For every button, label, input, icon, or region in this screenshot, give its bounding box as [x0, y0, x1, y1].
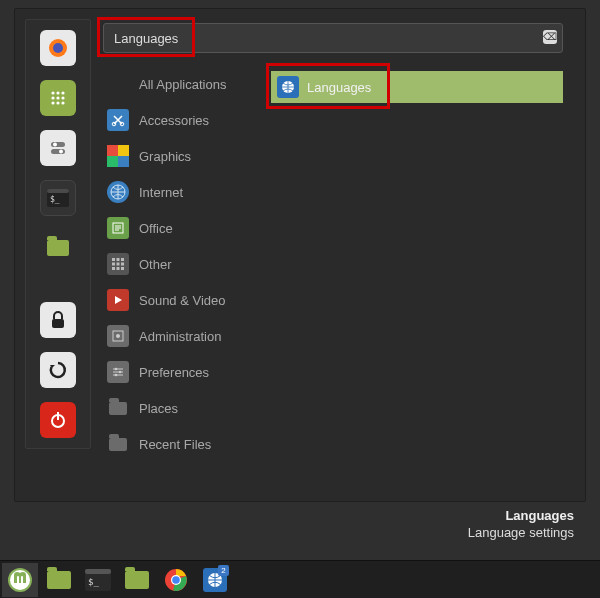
window-count-badge: 2 — [218, 565, 229, 576]
category-sound-video[interactable]: Sound & Video — [103, 287, 271, 313]
languages-icon — [277, 76, 299, 98]
svg-point-9 — [56, 101, 59, 104]
svg-rect-26 — [118, 156, 129, 167]
category-label: Office — [139, 221, 173, 236]
svg-rect-20 — [57, 412, 59, 420]
category-label: Accessories — [139, 113, 209, 128]
favorite-apps[interactable] — [40, 80, 76, 116]
svg-rect-35 — [112, 267, 115, 270]
chrome-icon — [164, 568, 188, 592]
result-languages[interactable]: Languages — [271, 71, 563, 103]
menu-button[interactable] — [2, 563, 38, 597]
office-icon — [107, 217, 129, 239]
folder-icon — [107, 433, 129, 455]
terminal-icon: $_ — [85, 569, 111, 591]
category-label: Sound & Video — [139, 293, 226, 308]
svg-point-14 — [59, 150, 63, 154]
tooltip-subtitle: Language settings — [468, 524, 574, 542]
folder-icon — [47, 240, 69, 256]
svg-point-3 — [56, 91, 59, 94]
category-graphics[interactable]: Graphics — [103, 143, 271, 169]
favorite-terminal[interactable]: $_ — [40, 180, 76, 216]
svg-point-6 — [56, 96, 59, 99]
category-label: Recent Files — [139, 437, 211, 452]
category-label: Internet — [139, 185, 183, 200]
taskbar-languages[interactable]: 2 — [197, 563, 233, 597]
svg-rect-29 — [112, 258, 115, 261]
category-preferences[interactable]: Preferences — [103, 359, 271, 385]
category-list: All Applications Accessories Graphics — [103, 71, 271, 457]
svg-text:$_: $_ — [50, 195, 60, 204]
grid-icon — [107, 253, 129, 275]
svg-point-41 — [119, 371, 122, 374]
svg-point-2 — [51, 91, 54, 94]
svg-rect-32 — [112, 263, 115, 266]
category-office[interactable]: Office — [103, 215, 271, 241]
svg-point-4 — [61, 91, 64, 94]
taskbar-filemanager[interactable] — [119, 563, 155, 597]
folder-icon — [107, 397, 129, 419]
globe-icon — [107, 181, 129, 203]
scissors-icon — [107, 109, 129, 131]
favorite-files[interactable] — [40, 230, 76, 266]
logout-button[interactable] — [40, 352, 76, 388]
taskbar-chrome[interactable] — [158, 563, 194, 597]
svg-rect-23 — [107, 145, 118, 156]
svg-point-8 — [51, 101, 54, 104]
svg-rect-37 — [121, 267, 124, 270]
taskbar-files[interactable] — [41, 563, 77, 597]
svg-point-7 — [61, 96, 64, 99]
play-icon — [107, 289, 129, 311]
category-label: Places — [139, 401, 178, 416]
graphics-icon — [107, 145, 129, 167]
category-recent[interactable]: Recent Files — [103, 431, 271, 457]
category-internet[interactable]: Internet — [103, 179, 271, 205]
svg-text:$_: $_ — [88, 577, 99, 587]
search-row: ⌫ — [103, 23, 575, 53]
favorites-panel: $_ — [25, 19, 91, 449]
svg-rect-16 — [47, 189, 69, 193]
svg-point-39 — [116, 334, 120, 338]
lock-button[interactable] — [40, 302, 76, 338]
svg-point-40 — [115, 368, 118, 371]
terminal-icon: $_ — [47, 189, 69, 207]
category-icon — [107, 73, 129, 95]
svg-point-5 — [51, 96, 54, 99]
category-label: Administration — [139, 329, 221, 344]
folder-icon — [125, 571, 149, 589]
svg-rect-33 — [117, 263, 120, 266]
restart-icon — [48, 360, 68, 380]
svg-point-51 — [172, 576, 180, 584]
category-accessories[interactable]: Accessories — [103, 107, 271, 133]
power-button[interactable] — [40, 402, 76, 438]
preferences-icon — [107, 361, 129, 383]
menu-main: ⌫ All Applications Accessories — [97, 9, 585, 501]
favorite-firefox[interactable] — [40, 30, 76, 66]
backspace-icon: ⌫ — [543, 31, 557, 42]
mint-logo-icon — [7, 567, 33, 593]
svg-rect-36 — [117, 267, 120, 270]
results-panel: Languages — [271, 71, 575, 457]
category-places[interactable]: Places — [103, 395, 271, 421]
category-label: Graphics — [139, 149, 191, 164]
category-other[interactable]: Other — [103, 251, 271, 277]
clear-search-button[interactable]: ⌫ — [543, 30, 557, 44]
svg-rect-24 — [118, 145, 129, 156]
folder-icon — [47, 571, 71, 589]
category-label: Other — [139, 257, 172, 272]
favorite-settings[interactable] — [40, 130, 76, 166]
svg-rect-31 — [121, 258, 124, 261]
power-icon — [49, 411, 67, 429]
taskbar-terminal[interactable]: $_ — [80, 563, 116, 597]
search-input[interactable] — [103, 23, 563, 53]
svg-rect-47 — [85, 569, 111, 574]
category-all-applications[interactable]: All Applications — [103, 71, 271, 97]
application-menu: $_ ⌫ — [14, 8, 586, 502]
app-tooltip: Languages Language settings — [468, 507, 574, 542]
apps-grid-icon — [49, 89, 67, 107]
taskbar: $_ 2 — [0, 560, 600, 598]
svg-point-42 — [115, 374, 118, 377]
category-administration[interactable]: Administration — [103, 323, 271, 349]
result-label: Languages — [307, 80, 371, 95]
svg-rect-25 — [107, 156, 118, 167]
